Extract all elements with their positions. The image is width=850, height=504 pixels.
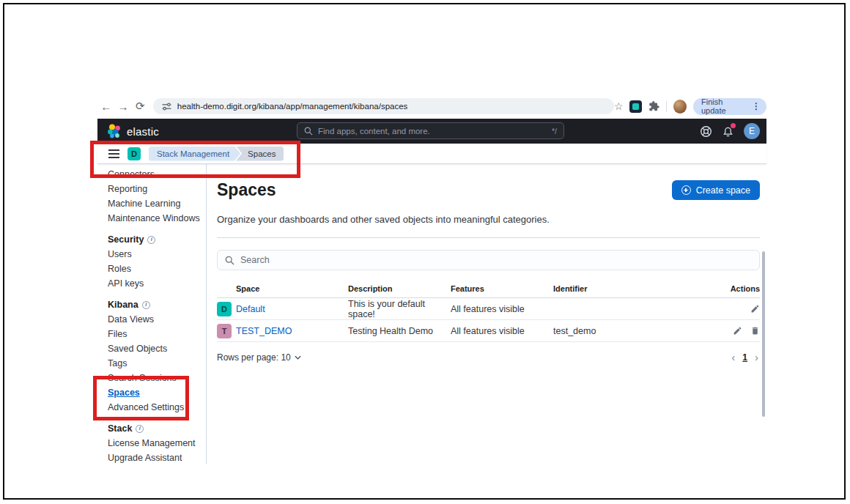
table-row: D Default This is your default space! Al… <box>217 298 760 320</box>
sidebar-item-upgrade-assistant[interactable]: Upgrade Assistant <box>108 451 206 464</box>
plus-circle-icon <box>681 185 691 195</box>
spaces-page: Spaces Create space Organize your dashbo… <box>207 164 766 464</box>
search-icon <box>304 127 313 136</box>
sidebar-item-machine-learning[interactable]: Machine Learning <box>108 196 206 211</box>
forward-icon[interactable]: → <box>114 100 131 113</box>
sidebar-group-security: Security Users Roles API keys <box>108 232 206 291</box>
sidebar-item-advanced-settings[interactable]: Advanced Settings <box>108 400 206 415</box>
toolbar-divider <box>666 101 667 112</box>
page-number[interactable]: 1 <box>742 352 747 363</box>
breadcrumb-bar: D Stack Management Spaces <box>97 144 766 164</box>
breadcrumb-stack-management[interactable]: Stack Management <box>149 147 240 161</box>
info-icon <box>147 236 155 244</box>
site-settings-icon[interactable] <box>162 102 171 111</box>
col-space[interactable]: Space <box>236 284 348 293</box>
delete-icon[interactable] <box>750 326 760 336</box>
elastic-logo-icon <box>107 124 122 138</box>
sidebar-item-api-keys[interactable]: API keys <box>108 276 206 291</box>
edit-icon[interactable] <box>733 326 742 336</box>
reload-icon[interactable]: ⟳ <box>132 100 149 113</box>
info-icon <box>136 425 144 433</box>
page-description: Organize your dashboards and other saved… <box>217 214 760 225</box>
elastic-logo[interactable]: elastic <box>107 124 159 138</box>
bookmark-icon[interactable]: ☆ <box>614 100 624 112</box>
sidebar-item-saved-objects[interactable]: Saved Objects <box>108 341 206 356</box>
help-icon[interactable] <box>700 125 712 138</box>
browser-toolbar: ← → ⟳ health-demo.digit.org/kibana/app/m… <box>97 96 766 116</box>
global-search-input[interactable] <box>318 127 547 136</box>
header-actions: E <box>700 123 760 139</box>
screenshot-page: ← → ⟳ health-demo.digit.org/kibana/app/m… <box>0 0 850 504</box>
section-divider <box>217 237 760 238</box>
browser-actions: ☆ Finish update ⋮ <box>614 98 766 115</box>
col-features: Features <box>451 284 553 293</box>
sidebar-group-stack: Stack License Management Upgrade Assista… <box>108 421 206 464</box>
browser-profile-avatar[interactable] <box>673 100 687 114</box>
space-link-test-demo[interactable]: TEST_DEMO <box>236 326 348 336</box>
space-features: All features visible <box>451 304 553 314</box>
sidebar-item-tags[interactable]: Tags <box>108 356 206 371</box>
sidebar-item-connectors[interactable]: Connectors <box>108 167 206 182</box>
sidebar-item-search-sessions[interactable]: Search Sessions <box>108 371 206 385</box>
sidebar-item-data-views[interactable]: Data Views <box>108 312 206 327</box>
space-description: This is your default space! <box>348 299 451 319</box>
management-sidebar: Connectors Reporting Machine Learning Ma… <box>97 164 207 464</box>
col-description: Description <box>348 284 451 293</box>
col-actions: Actions <box>719 284 760 293</box>
breadcrumb-spaces: Spaces <box>236 147 284 161</box>
notification-badge <box>731 123 736 128</box>
table-header-row: Space Description Features Identifier Ac… <box>217 280 760 298</box>
spaces-search-input[interactable] <box>240 255 752 265</box>
notifications-icon[interactable] <box>722 125 734 138</box>
url-text: health-demo.digit.org/kibana/app/managem… <box>177 102 408 111</box>
sidebar-heading-kibana: Kibana <box>108 297 206 312</box>
brand-wordmark: elastic <box>127 125 159 138</box>
page-title: Spaces <box>217 180 276 200</box>
info-icon <box>142 301 150 309</box>
sidebar-item-reporting[interactable]: Reporting <box>108 182 206 196</box>
rows-per-page-button[interactable]: Rows per page: 10 <box>217 352 301 363</box>
user-avatar[interactable]: E <box>744 123 760 139</box>
pinned-extension-icon[interactable] <box>629 100 641 113</box>
space-features: All features visible <box>451 326 553 336</box>
sidebar-item-files[interactable]: Files <box>108 327 206 341</box>
sidebar-item-maintenance-windows[interactable]: Maintenance Windows <box>108 211 206 226</box>
sidebar-group-alerts: Connectors Reporting Machine Learning Ma… <box>108 167 206 226</box>
sidebar-heading-stack: Stack <box>108 421 206 436</box>
back-icon[interactable]: ← <box>97 100 114 113</box>
table-footer: Rows per page: 10 ‹ 1 › <box>217 352 760 363</box>
sidebar-group-kibana: Kibana Data Views Files Saved Objects Ta… <box>108 297 206 415</box>
prev-page-icon[interactable]: ‹ <box>731 352 735 363</box>
col-identifier: Identifier <box>553 284 719 293</box>
menu-icon[interactable] <box>108 149 119 158</box>
space-identifier: test_demo <box>553 326 719 336</box>
space-avatar: D <box>217 302 232 316</box>
spaces-search[interactable] <box>217 250 760 270</box>
finish-update-label: Finish update <box>701 97 747 115</box>
address-bar[interactable]: health-demo.digit.org/kibana/app/managem… <box>153 98 614 114</box>
kibana-app: elastic */ <box>97 119 766 464</box>
finish-update-button[interactable]: Finish update ⋮ <box>693 98 766 115</box>
browser-menu-icon[interactable]: ⋮ <box>750 101 762 111</box>
breadcrumb: Stack Management Spaces <box>149 147 284 161</box>
extensions-puzzle-icon[interactable] <box>648 100 659 112</box>
sidebar-item-license-management[interactable]: License Management <box>108 436 206 451</box>
create-space-button[interactable]: Create space <box>672 180 760 200</box>
edit-icon[interactable] <box>750 304 760 314</box>
search-shortcut-hint: */ <box>552 127 557 136</box>
space-description: Testing Health Demo <box>348 326 451 336</box>
space-link-default[interactable]: Default <box>236 304 348 314</box>
next-page-icon[interactable]: › <box>755 352 758 363</box>
global-search[interactable]: */ <box>297 122 564 139</box>
sidebar-item-spaces[interactable]: Spaces <box>108 385 206 400</box>
sidebar-item-users[interactable]: Users <box>108 247 206 262</box>
pagination: ‹ 1 › <box>731 352 758 363</box>
chevron-down-icon <box>295 355 301 360</box>
space-avatar: T <box>217 324 232 338</box>
table-row: T TEST_DEMO Testing Health Demo All feat… <box>217 320 760 342</box>
search-icon <box>225 256 234 265</box>
app-header: elastic */ <box>97 119 766 144</box>
sidebar-heading-security: Security <box>108 232 206 247</box>
space-switcher-avatar[interactable]: D <box>128 147 141 160</box>
sidebar-item-roles[interactable]: Roles <box>108 262 206 276</box>
